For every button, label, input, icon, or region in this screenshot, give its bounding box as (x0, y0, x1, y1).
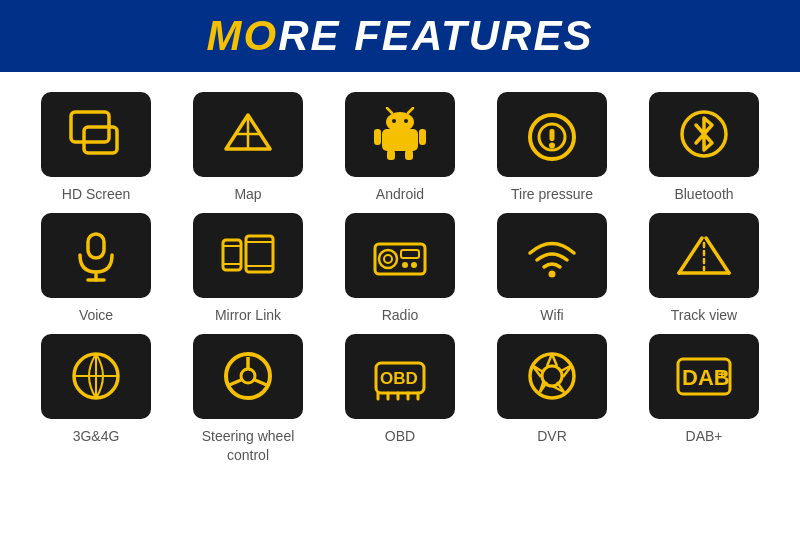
svg-point-57 (530, 354, 574, 398)
feature-obd: OBD OBD (334, 334, 466, 463)
svg-rect-13 (374, 129, 381, 145)
feature-dab: DAB + DAB+ (638, 334, 770, 463)
track-view-icon (674, 228, 734, 283)
svg-rect-31 (375, 244, 425, 274)
tire-pressure-icon-box (497, 92, 607, 177)
steering-wheel-icon-box (193, 334, 303, 419)
feature-mirror-link: Mirror Link (182, 213, 314, 324)
map-icon (218, 107, 278, 162)
svg-point-9 (392, 119, 396, 123)
tire-pressure-label: Tire pressure (511, 185, 593, 203)
svg-point-10 (404, 119, 408, 123)
header: MORE FEATURES (0, 0, 800, 72)
dvr-icon (522, 349, 582, 404)
svg-line-12 (408, 108, 413, 113)
header-mo: MO (207, 12, 279, 59)
svg-point-36 (411, 262, 417, 268)
svg-rect-25 (223, 240, 241, 270)
svg-rect-19 (550, 129, 555, 141)
wifi-icon (522, 228, 582, 283)
wifi-label: Wifi (540, 306, 563, 324)
track-view-label: Track view (671, 306, 737, 324)
feature-android: Android (334, 92, 466, 203)
tire-pressure-icon (522, 107, 582, 162)
dab-icon-box: DAB + (649, 334, 759, 419)
bluetooth-icon (674, 107, 734, 162)
dab-icon: DAB + (674, 349, 734, 404)
3g4g-icon-box (41, 334, 151, 419)
feature-tire-pressure: Tire pressure (486, 92, 618, 203)
map-icon-box (193, 92, 303, 177)
hd-screen-icon-box (41, 92, 151, 177)
feature-hd-screen: HD Screen (30, 92, 162, 203)
svg-rect-22 (88, 234, 104, 258)
svg-point-37 (549, 271, 556, 278)
bluetooth-label: Bluetooth (674, 185, 733, 203)
svg-rect-34 (401, 250, 419, 258)
header-title: MORE FEATURES (207, 12, 594, 60)
mirror-link-icon (218, 228, 278, 283)
obd-icon: OBD (370, 349, 430, 404)
feature-dvr: DVR (486, 334, 618, 463)
android-label: Android (376, 185, 424, 203)
svg-point-46 (241, 369, 255, 383)
radio-icon (370, 228, 430, 283)
radio-icon-box (345, 213, 455, 298)
features-grid: HD Screen Map (0, 72, 800, 484)
mirror-link-icon-box (193, 213, 303, 298)
mirror-link-label: Mirror Link (215, 306, 281, 324)
android-icon (370, 107, 430, 162)
hd-screen-label: HD Screen (62, 185, 130, 203)
hd-screen-icon (66, 107, 126, 162)
voice-icon-box (41, 213, 151, 298)
voice-label: Voice (79, 306, 113, 324)
feature-voice: Voice (30, 213, 162, 324)
steering-wheel-label: Steering wheelcontrol (202, 427, 295, 463)
feature-steering-wheel: Steering wheelcontrol (182, 334, 314, 463)
obd-icon-box: OBD (345, 334, 455, 419)
svg-rect-15 (387, 150, 395, 160)
steering-wheel-icon (218, 349, 278, 404)
bluetooth-icon-box (649, 92, 759, 177)
svg-point-35 (402, 262, 408, 268)
svg-point-8 (386, 112, 414, 132)
svg-line-39 (706, 238, 729, 273)
obd-label: OBD (385, 427, 415, 445)
header-rest: RE FEATURES (278, 12, 593, 59)
3g4g-icon (66, 349, 126, 404)
feature-wifi: Wifi (486, 213, 618, 324)
svg-rect-14 (419, 129, 426, 145)
svg-rect-16 (405, 150, 413, 160)
svg-line-11 (387, 108, 392, 113)
feature-3g4g: 3G&4G (30, 334, 162, 463)
svg-rect-7 (382, 129, 418, 151)
feature-map: Map (182, 92, 314, 203)
svg-line-38 (679, 238, 702, 273)
dab-label: DAB+ (686, 427, 723, 445)
dvr-icon-box (497, 334, 607, 419)
svg-rect-1 (84, 127, 117, 153)
svg-point-20 (549, 143, 555, 149)
svg-text:OBD: OBD (380, 369, 418, 388)
android-icon-box (345, 92, 455, 177)
map-label: Map (234, 185, 261, 203)
dvr-label: DVR (537, 427, 567, 445)
wifi-icon-box (497, 213, 607, 298)
feature-radio: Radio (334, 213, 466, 324)
svg-text:+: + (718, 366, 726, 382)
feature-bluetooth: Bluetooth (638, 92, 770, 203)
3g4g-label: 3G&4G (73, 427, 120, 445)
voice-icon (66, 228, 126, 283)
svg-point-33 (384, 255, 392, 263)
svg-point-32 (379, 250, 397, 268)
track-view-icon-box (649, 213, 759, 298)
radio-label: Radio (382, 306, 419, 324)
feature-track-view: Track view (638, 213, 770, 324)
